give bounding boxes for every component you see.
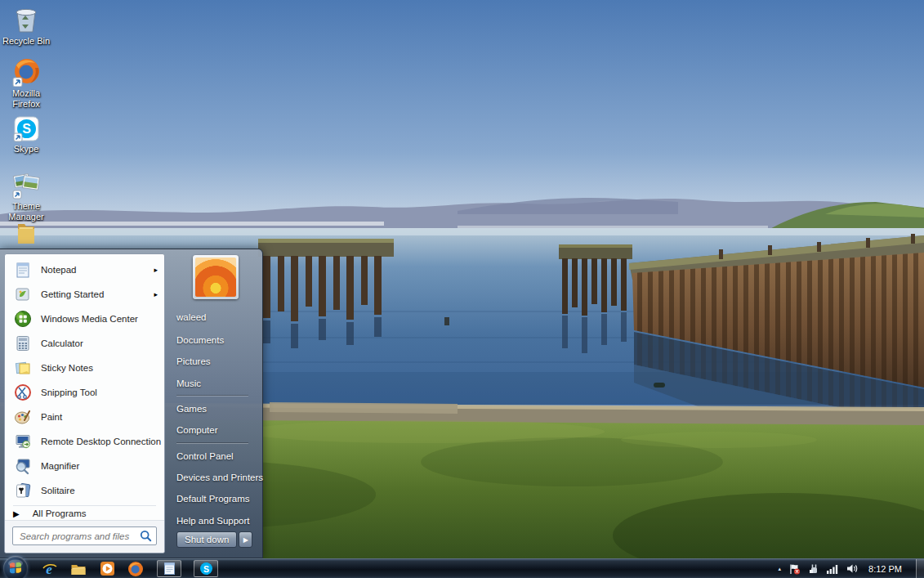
startmenu-item-magnifier[interactable]: Magnifier <box>5 454 164 478</box>
startmenu-item-devices-printers[interactable]: Devices and Printers <box>176 467 255 488</box>
desktop-icon-firefox[interactable]: Mozilla Firefox <box>0 57 52 109</box>
hidden-icons-arrow[interactable] <box>779 566 782 572</box>
startmenu-item-notepad[interactable]: Notepad <box>5 258 164 282</box>
user-avatar[interactable] <box>193 255 239 299</box>
menu-separator <box>176 396 248 397</box>
desktop-icon-theme-manager[interactable]: Theme Manager <box>0 170 52 222</box>
volume-icon[interactable] <box>846 563 858 574</box>
startmenu-item-getting-started[interactable]: Getting Started <box>5 282 164 307</box>
notepad-icon <box>13 260 33 280</box>
power-plug-icon[interactable] <box>808 563 819 575</box>
startmenu-item-control-panel[interactable]: Control Panel <box>176 446 255 467</box>
svg-text:e: e <box>46 561 52 576</box>
start-menu-left-panel: Notepad Getting Started Windows Media Ce… <box>4 253 165 553</box>
startmenu-item-default-programs[interactable]: Default Programs <box>176 488 255 509</box>
startmenu-item-help-support[interactable]: Help and Support <box>176 510 255 531</box>
startmenu-item-calculator[interactable]: Calculator <box>5 331 164 356</box>
startmenu-item-sticky-notes[interactable]: Sticky Notes <box>5 356 164 380</box>
start-menu-right-panel: waleed Documents Pictures Music Games Co… <box>165 253 255 553</box>
shut-down-options-arrow[interactable] <box>239 531 252 548</box>
menu-separator <box>176 443 248 444</box>
desktop-icon-folder[interactable] <box>0 219 52 247</box>
firefox-icon <box>11 57 41 87</box>
desktop-icon-skype[interactable]: S Skype <box>0 116 52 155</box>
internet-explorer-icon[interactable]: e <box>41 560 59 578</box>
search-area <box>5 520 164 553</box>
network-icon[interactable] <box>827 564 839 574</box>
user-name-item[interactable]: waleed <box>176 306 255 329</box>
calculator-icon <box>13 334 33 353</box>
snipping-tool-icon <box>13 383 33 402</box>
media-player-icon[interactable] <box>98 560 116 578</box>
taskbar-icons: e S <box>41 560 218 578</box>
menu-separator <box>13 505 156 506</box>
explorer-folder-icon[interactable] <box>69 560 87 578</box>
skype-icon: S <box>13 116 39 142</box>
startmenu-item-computer[interactable]: Computer <box>176 419 255 441</box>
skype-window-icon: S <box>199 562 213 576</box>
startmenu-item-paint[interactable]: Paint <box>5 405 164 429</box>
startmenu-item-windows-media-center[interactable]: Windows Media Center <box>5 307 164 331</box>
submenu-arrow-icon <box>154 290 158 298</box>
solitaire-icon <box>13 481 33 500</box>
system-tray: 8:12 PM <box>779 559 924 578</box>
notepad-window-icon <box>163 562 176 576</box>
start-menu: Notepad Getting Started Windows Media Ce… <box>0 249 263 558</box>
desktop-icon-label: Recycle Bin <box>0 36 52 47</box>
desktop-icon-label: Mozilla Firefox <box>0 88 52 109</box>
startmenu-item-solitaire[interactable]: Solitaire <box>5 478 164 503</box>
search-icon[interactable] <box>140 530 152 542</box>
action-center-flag-icon[interactable] <box>788 563 801 575</box>
all-programs-button[interactable]: All Programs <box>5 508 164 520</box>
magnifier-icon <box>13 456 33 476</box>
windows-media-center-icon <box>13 309 33 329</box>
getting-started-icon <box>13 285 33 304</box>
startmenu-item-games[interactable]: Games <box>176 398 255 419</box>
submenu-arrow-icon <box>154 266 158 274</box>
startmenu-item-documents[interactable]: Documents <box>176 329 255 351</box>
sticky-notes-icon <box>13 358 33 378</box>
startmenu-item-pictures[interactable]: Pictures <box>176 351 255 372</box>
startmenu-item-remote-desktop[interactable]: Remote Desktop Connection <box>5 429 164 454</box>
desktop: Recycle Bin Mozilla Firefox S Skype <box>0 0 924 578</box>
firefox-taskbar-icon[interactable] <box>127 560 145 578</box>
search-input[interactable] <box>12 526 157 545</box>
shut-down-button[interactable]: Shut down <box>176 531 237 548</box>
skype-taskbar-button[interactable]: S <box>194 560 218 577</box>
startmenu-item-snipping-tool[interactable]: Snipping Tool <box>5 380 164 405</box>
svg-text:S: S <box>22 122 31 136</box>
recycle-bin-icon <box>11 5 42 34</box>
desktop-icon-recycle-bin[interactable]: Recycle Bin <box>0 5 52 47</box>
folder-icon <box>15 219 38 245</box>
windows-logo-icon <box>3 556 28 578</box>
taskbar: e S <box>0 558 924 578</box>
desktop-icon-label: Skype <box>0 144 52 155</box>
paint-icon <box>13 407 33 427</box>
remote-desktop-icon <box>13 432 33 451</box>
svg-text:S: S <box>203 564 208 574</box>
notepad-taskbar-button[interactable] <box>157 560 181 577</box>
user-avatar-image <box>195 258 236 297</box>
all-programs-arrow-icon <box>13 509 20 518</box>
clock[interactable]: 8:12 PM <box>865 564 908 574</box>
startmenu-item-music[interactable]: Music <box>176 372 255 393</box>
show-desktop-button[interactable] <box>916 559 924 578</box>
theme-manager-icon <box>11 170 42 199</box>
start-button[interactable] <box>3 556 28 578</box>
